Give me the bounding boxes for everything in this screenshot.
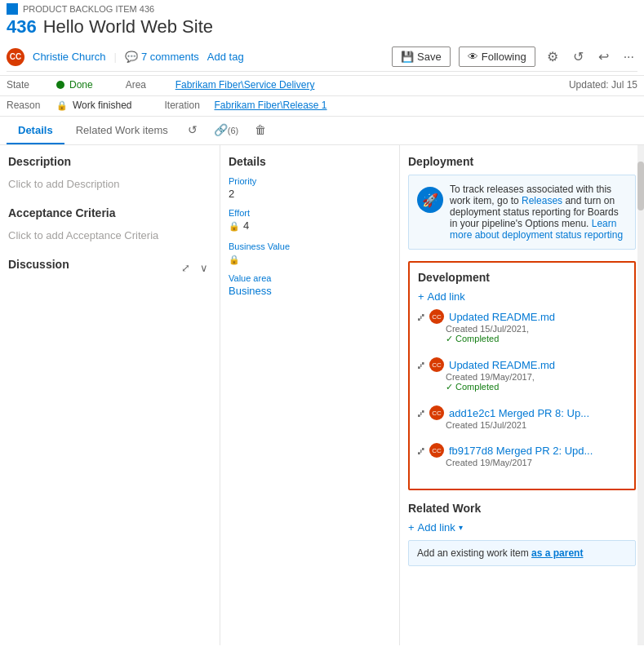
learn-more-link[interactable]: Learn more about deployment status repor… bbox=[450, 218, 623, 241]
add-link-label: Add link bbox=[428, 290, 465, 303]
deployment-description: To track releases associated with this w… bbox=[450, 184, 627, 241]
parent-link[interactable]: as a parent bbox=[531, 547, 583, 559]
dev-status-2: ✓ Completed bbox=[446, 382, 499, 392]
following-icon: 👁 bbox=[468, 51, 478, 63]
priority-value[interactable]: 2 bbox=[229, 188, 391, 200]
value-area-value[interactable]: Business bbox=[229, 285, 391, 297]
comments-label: 7 comments bbox=[141, 51, 199, 63]
acceptance-placeholder[interactable]: Click to add Acceptance Criteria bbox=[8, 226, 211, 245]
pr-icon-4: ⑇ bbox=[418, 445, 424, 457]
comments-button[interactable]: 💬 7 comments bbox=[125, 51, 199, 63]
dev-item: ⑇ CC fb9177d8 Merged PR 2: Upd... Create… bbox=[418, 443, 626, 472]
chevron-down-icon: ▾ bbox=[459, 523, 463, 532]
priority-label: Priority bbox=[229, 176, 391, 186]
comment-icon: 💬 bbox=[125, 51, 138, 63]
deployment-title: Deployment bbox=[408, 155, 636, 168]
description-placeholder[interactable]: Click to add Description bbox=[8, 175, 211, 193]
iteration-label: Iteration bbox=[164, 100, 209, 111]
save-button[interactable]: 💾 Save bbox=[392, 46, 451, 67]
mid-panel: Details Priority 2 Effort 🔒 4 Business V… bbox=[220, 145, 400, 645]
dev-link-2[interactable]: Updated README.md bbox=[449, 359, 555, 371]
dev-avatar-2: CC bbox=[429, 357, 444, 372]
business-value-lock-icon: 🔒 bbox=[229, 255, 240, 264]
user-avatar: CC bbox=[7, 48, 24, 66]
discussion-title: Discussion bbox=[8, 258, 69, 271]
acceptance-title: Acceptance Criteria bbox=[8, 206, 211, 219]
collapse-discussion-icon[interactable]: ∨ bbox=[197, 259, 211, 277]
product-label-text: PRODUCT BACKLOG ITEM 436 bbox=[23, 4, 154, 14]
related-work-title: Related Work bbox=[408, 502, 636, 515]
item-title: Hello World Web Site bbox=[43, 16, 213, 38]
refresh-button[interactable]: ↺ bbox=[570, 46, 587, 68]
pr-icon-3: ⑇ bbox=[418, 407, 424, 419]
updated-label: Updated: Jul 15 bbox=[569, 79, 637, 91]
tab-related-work[interactable]: Related Work items bbox=[64, 117, 180, 144]
product-icon bbox=[7, 3, 18, 15]
reason-value: Work finished bbox=[73, 100, 131, 111]
user-name[interactable]: Christie Church bbox=[33, 51, 106, 63]
dev-item: ⑇ CC Updated README.md Created 15/Jul/20… bbox=[418, 309, 626, 349]
branch-icon-2: ⑇ bbox=[418, 359, 424, 371]
state-label: State bbox=[7, 79, 51, 91]
value-area-label: Value area bbox=[229, 273, 391, 283]
existing-work-box[interactable]: Add an existing work item as a parent bbox=[408, 540, 636, 566]
reason-label: Reason bbox=[7, 100, 51, 111]
dev-status-1: ✓ Completed bbox=[446, 334, 499, 343]
development-section: Development + Add link ⑇ CC Updated READ… bbox=[408, 261, 636, 490]
effort-lock-icon: 🔒 bbox=[229, 221, 240, 232]
more-options-button[interactable]: ··· bbox=[620, 46, 637, 68]
tab-details[interactable]: Details bbox=[7, 117, 64, 144]
expand-discussion-icon[interactable]: ⤢ bbox=[178, 259, 193, 277]
dev-meta-4: Created 19/May/2017 bbox=[446, 458, 626, 467]
related-work-section: Related Work + Add link ▾ Add an existin… bbox=[408, 502, 636, 566]
branch-icon: ⑇ bbox=[418, 311, 424, 323]
add-tag-button[interactable]: Add tag bbox=[207, 51, 244, 63]
add-link-button[interactable]: + Add link bbox=[418, 290, 626, 303]
dev-link-1[interactable]: Updated README.md bbox=[449, 311, 555, 323]
effort-label: Effort bbox=[229, 208, 391, 218]
dev-avatar-1: CC bbox=[429, 309, 444, 324]
state-dot bbox=[56, 81, 64, 89]
description-title: Description bbox=[8, 155, 211, 168]
tab-links[interactable]: 🔗(6) bbox=[206, 117, 246, 144]
area-value[interactable]: Fabrikam Fiber\Service Delivery bbox=[175, 79, 315, 91]
following-button[interactable]: 👁 Following bbox=[459, 46, 535, 67]
related-add-icon: + bbox=[408, 521, 415, 534]
deploy-icon: 🚀 bbox=[417, 187, 443, 213]
save-icon: 💾 bbox=[401, 51, 414, 63]
business-value-label: Business Value bbox=[229, 241, 391, 251]
item-number: 436 bbox=[7, 16, 37, 38]
undo-button[interactable]: ↩ bbox=[595, 46, 612, 68]
add-icon: + bbox=[418, 290, 424, 303]
settings-button[interactable]: ⚙ bbox=[544, 46, 562, 68]
product-label: PRODUCT BACKLOG ITEM 436 bbox=[7, 3, 637, 15]
scroll-thumb[interactable] bbox=[637, 162, 644, 210]
iteration-value[interactable]: Fabrikam Fiber\Release 1 bbox=[214, 100, 326, 111]
left-panel: Description Click to add Description Acc… bbox=[0, 145, 220, 645]
related-add-label: Add link bbox=[418, 521, 455, 534]
dev-link-3[interactable]: add1e2c1 Merged PR 8: Up... bbox=[449, 407, 589, 419]
details-title: Details bbox=[229, 155, 391, 168]
right-panel: Deployment 🚀 To track releases associate… bbox=[400, 145, 644, 645]
tab-history[interactable]: ↺ bbox=[180, 117, 206, 144]
dev-item: ⑇ CC Updated README.md Created 19/May/20… bbox=[418, 357, 626, 397]
dev-meta-1: Created 15/Jul/2021, ✓ Completed bbox=[446, 324, 626, 344]
dev-link-4[interactable]: fb9177d8 Merged PR 2: Upd... bbox=[449, 445, 593, 457]
dev-avatar-4: CC bbox=[429, 443, 444, 458]
related-add-link-button[interactable]: + Add link ▾ bbox=[408, 521, 636, 534]
existing-work-text: Add an existing work item bbox=[417, 547, 529, 559]
tab-attachments[interactable]: 🗑 bbox=[246, 117, 274, 144]
dev-meta-3: Created 15/Jul/2021 bbox=[446, 420, 626, 430]
dev-meta-2: Created 19/May/2017, ✓ Completed bbox=[446, 372, 626, 392]
development-title: Development bbox=[418, 271, 626, 284]
lock-icon: 🔒 bbox=[56, 100, 68, 111]
releases-link[interactable]: Releases bbox=[522, 195, 562, 206]
dev-avatar-3: CC bbox=[429, 405, 444, 420]
scrollbar[interactable] bbox=[637, 145, 644, 645]
state-value[interactable]: Done bbox=[69, 79, 93, 91]
dev-item: ⑇ CC add1e2c1 Merged PR 8: Up... Created… bbox=[418, 405, 626, 435]
area-label: Area bbox=[126, 79, 171, 91]
effort-value[interactable]: 4 bbox=[243, 219, 249, 232]
